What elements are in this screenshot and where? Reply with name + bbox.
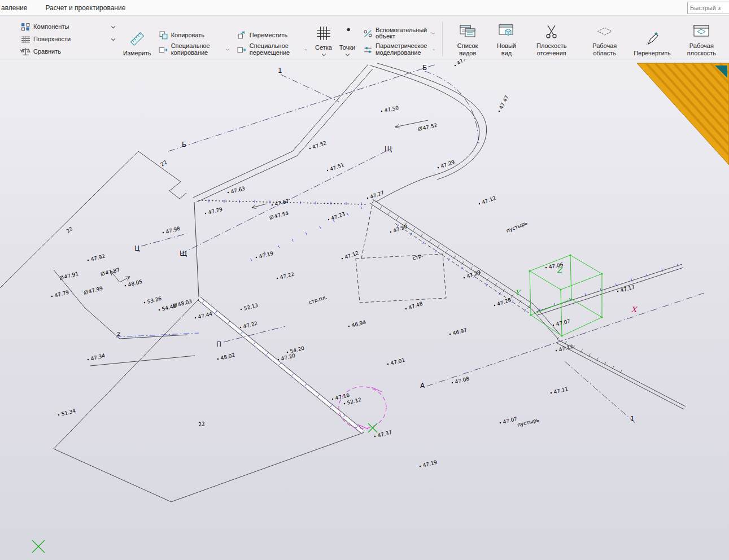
elevation-point[interactable]: 47.29 xyxy=(436,159,456,170)
cube-vertex-handle[interactable] xyxy=(601,316,603,318)
quick-launch-input[interactable] xyxy=(687,2,729,14)
elevation-point[interactable]: 47.12 xyxy=(341,250,359,261)
chevron-down-icon[interactable] xyxy=(304,48,308,51)
elevation-point[interactable]: 52.13 xyxy=(240,303,259,312)
elevation-label: 47.23 xyxy=(330,211,346,221)
work-area-button[interactable]: Рабочая область xyxy=(582,20,627,56)
view-list-button[interactable]: Список видов xyxy=(449,20,486,56)
elevation-point[interactable]: 47.28 xyxy=(493,297,512,308)
elevation-point[interactable]: 47.23 xyxy=(327,211,346,222)
elevation-point[interactable]: 51.34 xyxy=(58,408,77,418)
elevation-point[interactable]: 47.79 xyxy=(204,207,224,217)
elevation-point[interactable]: 47.29 xyxy=(462,269,482,281)
components-button[interactable]: Компоненты xyxy=(21,22,116,32)
elevation-point[interactable]: 46.97 xyxy=(449,327,468,337)
work-plane-label: Рабочая плоскость xyxy=(678,42,726,56)
cube-vertex-handle[interactable] xyxy=(601,273,603,274)
survey-drawing[interactable]: 47.4347.5047.5247.4747.5247.5147.2947.63… xyxy=(0,59,729,560)
ribbon-overflow-button[interactable] xyxy=(19,44,24,54)
work-plane-button[interactable]: Рабочая плоскость xyxy=(678,20,726,56)
elevation-point[interactable]: 47.20 xyxy=(277,353,296,363)
clip-plane-button[interactable]: Плоскость отсечения xyxy=(527,20,575,56)
chevron-down-icon[interactable] xyxy=(111,38,116,41)
cube-vertex-handle[interactable] xyxy=(529,270,530,272)
point-marker xyxy=(420,466,421,467)
elevation-point[interactable]: 47.12 xyxy=(555,344,574,353)
elevation-point[interactable]: 47.34 xyxy=(87,353,106,363)
elevation-point[interactable]: 47.87 xyxy=(100,267,120,277)
compare-button[interactable]: Сравнить xyxy=(21,47,116,56)
measure-button[interactable]: Измерить xyxy=(123,20,151,56)
elevation-point[interactable]: 47.54 xyxy=(269,211,289,221)
elevation-point[interactable]: 47.98 xyxy=(162,226,181,236)
cube-vertex-handle[interactable] xyxy=(560,288,561,290)
elevation-point[interactable]: 47.12 xyxy=(478,195,496,207)
chevron-down-icon[interactable] xyxy=(321,53,326,56)
points-button[interactable]: Точки xyxy=(339,20,356,56)
elevation-point[interactable]: 47.11 xyxy=(550,386,569,396)
elevation-point[interactable]: 47.19 xyxy=(419,460,438,470)
elevation-point[interactable]: 47.79 xyxy=(51,290,70,300)
move-button[interactable]: Переместить xyxy=(237,30,308,40)
elevation-point[interactable]: 47.01 xyxy=(387,357,405,367)
point-marker xyxy=(332,399,334,400)
chevron-down-icon[interactable] xyxy=(431,32,435,35)
elevation-point[interactable]: 47.92 xyxy=(87,253,106,263)
elevation-point[interactable]: 47.48 xyxy=(404,301,424,312)
chevron-down-icon[interactable] xyxy=(111,25,116,29)
point-marker xyxy=(500,422,501,424)
elevation-point[interactable]: 47.47 xyxy=(496,94,510,113)
cube-vertex-handle[interactable] xyxy=(561,335,562,336)
elevation-point[interactable]: 47.22 xyxy=(276,272,295,281)
hatch-tick xyxy=(372,200,374,204)
point-marker xyxy=(452,382,453,384)
chevron-down-icon[interactable] xyxy=(226,48,229,51)
tab-analysis-design[interactable]: Расчет и проектирование xyxy=(44,2,131,14)
elevation-point[interactable]: 47.17 xyxy=(617,285,635,294)
elevation-point[interactable]: 47.44 xyxy=(194,311,213,321)
elevation-point[interactable]: 48.05 xyxy=(124,279,143,288)
copy-button[interactable]: Копировать xyxy=(159,30,229,40)
point-marker xyxy=(205,213,207,215)
view-list-label: Список видов xyxy=(449,42,486,56)
elevation-point[interactable]: 47.22 xyxy=(239,321,258,330)
elevation-point[interactable]: 47.37 xyxy=(374,430,392,439)
special-move-button[interactable]: Специальное перемещение xyxy=(237,43,308,56)
elevation-point[interactable]: 47.57 xyxy=(271,198,290,208)
drawing-canvas[interactable]: 47.4347.5047.5247.4747.5247.5147.2947.63… xyxy=(0,59,729,560)
helper-object-button[interactable]: Вспомогательный объект xyxy=(363,27,435,41)
grid-button[interactable]: Сетка xyxy=(315,20,332,56)
copy-icon xyxy=(159,30,168,40)
special-copy-button[interactable]: Специальное копирование xyxy=(159,43,229,56)
elevation-point[interactable]: 47.27 xyxy=(366,190,385,201)
elevation-point[interactable]: 54.48 xyxy=(158,303,177,313)
elevation-point[interactable]: 53.26 xyxy=(143,296,163,306)
point-marker xyxy=(195,317,197,319)
elevation-point[interactable]: 48.03 xyxy=(172,299,193,309)
elevation-point[interactable]: 47.52 xyxy=(308,140,327,151)
elevation-point[interactable]: 47.19 xyxy=(255,251,274,261)
cube-vertex-handle[interactable] xyxy=(570,298,572,300)
elevation-point[interactable]: 48.02 xyxy=(217,352,235,362)
elevation-point[interactable]: 47.07 xyxy=(499,416,518,426)
chevron-down-icon[interactable] xyxy=(345,53,350,56)
elevation-label: 47.52 xyxy=(422,123,438,131)
redraw-button[interactable]: Перечертить xyxy=(634,20,671,56)
elevation-point[interactable]: 47.52 xyxy=(418,123,438,132)
elevation-point[interactable]: 47.51 xyxy=(326,162,344,173)
point-marker xyxy=(159,309,160,311)
point-marker xyxy=(341,257,343,259)
components-label: Компоненты xyxy=(33,24,69,30)
cube-vertex-handle[interactable] xyxy=(530,314,531,316)
elevation-point[interactable]: 47.91 xyxy=(59,271,79,281)
elevation-point[interactable]: 47.99 xyxy=(83,286,103,296)
elevation-point[interactable]: 47.50 xyxy=(381,105,400,114)
tab-management[interactable]: авление xyxy=(1,2,33,14)
new-view-button[interactable]: Новый вид xyxy=(492,20,521,56)
chevron-down-icon[interactable] xyxy=(433,48,435,51)
elevation-point[interactable]: 46.94 xyxy=(348,320,367,330)
surfaces-button[interactable]: Поверхности xyxy=(21,34,116,44)
cube-vertex-handle[interactable] xyxy=(569,254,571,256)
elevation-point[interactable]: 47.43 xyxy=(453,59,471,68)
parametric-modeling-button[interactable]: Параметрическое моделирование xyxy=(363,43,435,56)
